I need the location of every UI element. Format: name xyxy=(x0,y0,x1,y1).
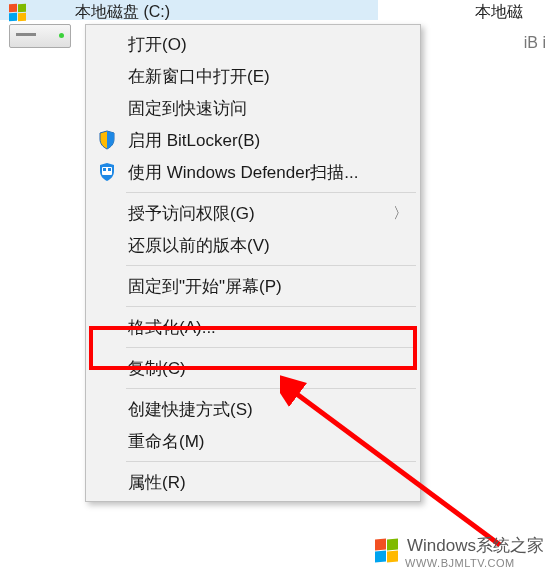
watermark: Windows系统之家 WWW.BJMLTV.COM xyxy=(375,534,544,570)
menu-separator xyxy=(126,461,416,462)
menu-properties[interactable]: 属性(R) xyxy=(88,466,418,498)
menu-restore-versions-label: 还原以前的版本(V) xyxy=(128,234,270,257)
drive-c-label[interactable]: 本地磁盘 (C:) xyxy=(75,2,170,23)
drive-other-label[interactable]: 本地磁 xyxy=(475,2,523,23)
watermark-text: Windows系统之家 xyxy=(407,534,544,557)
menu-pin-start[interactable]: 固定到"开始"屏幕(P) xyxy=(88,270,418,302)
menu-create-shortcut[interactable]: 创建快捷方式(S) xyxy=(88,393,418,425)
menu-rename-label: 重命名(M) xyxy=(128,430,204,453)
context-menu: 打开(O) 在新窗口中打开(E) 固定到快速访问 启用 BitLocker(B)… xyxy=(85,24,421,502)
menu-bitlocker-label: 启用 BitLocker(B) xyxy=(128,129,260,152)
menu-restore-versions[interactable]: 还原以前的版本(V) xyxy=(88,229,418,261)
chevron-right-icon: 〉 xyxy=(393,204,408,223)
menu-bitlocker[interactable]: 启用 BitLocker(B) xyxy=(88,124,418,156)
menu-grant-access[interactable]: 授予访问权限(G) 〉 xyxy=(88,197,418,229)
menu-open[interactable]: 打开(O) xyxy=(88,28,418,60)
svg-rect-1 xyxy=(103,168,106,171)
menu-separator xyxy=(126,265,416,266)
watermark-url: WWW.BJMLTV.COM xyxy=(405,557,544,569)
menu-properties-label: 属性(R) xyxy=(128,471,186,494)
menu-open-new-window[interactable]: 在新窗口中打开(E) xyxy=(88,60,418,92)
menu-pin-quick-access-label: 固定到快速访问 xyxy=(128,97,247,120)
watermark-windows-logo-icon xyxy=(375,539,401,565)
menu-separator xyxy=(126,347,416,348)
disk-drive-icon xyxy=(9,24,71,48)
svg-rect-2 xyxy=(108,168,111,171)
menu-pin-quick-access[interactable]: 固定到快速访问 xyxy=(88,92,418,124)
menu-create-shortcut-label: 创建快捷方式(S) xyxy=(128,398,253,421)
menu-separator xyxy=(126,306,416,307)
menu-format-label: 格式化(A)... xyxy=(128,316,216,339)
shield-icon xyxy=(96,129,118,151)
menu-defender-label: 使用 Windows Defender扫描... xyxy=(128,161,359,184)
menu-open-new-window-label: 在新窗口中打开(E) xyxy=(128,65,270,88)
menu-pin-start-label: 固定到"开始"屏幕(P) xyxy=(128,275,282,298)
menu-grant-access-label: 授予访问权限(G) xyxy=(128,202,255,225)
menu-separator xyxy=(126,388,416,389)
windows-logo-icon xyxy=(9,4,29,24)
defender-shield-icon xyxy=(96,161,118,183)
drive-c-icon[interactable] xyxy=(9,24,71,62)
selected-drive-bg xyxy=(0,0,378,20)
menu-format[interactable]: 格式化(A)... xyxy=(88,311,418,343)
menu-copy[interactable]: 复制(C) xyxy=(88,352,418,384)
menu-copy-label: 复制(C) xyxy=(128,357,186,380)
partial-size-text: iB i xyxy=(524,34,546,52)
menu-defender[interactable]: 使用 Windows Defender扫描... xyxy=(88,156,418,188)
menu-rename[interactable]: 重命名(M) xyxy=(88,425,418,457)
menu-separator xyxy=(126,192,416,193)
menu-open-label: 打开(O) xyxy=(128,33,187,56)
